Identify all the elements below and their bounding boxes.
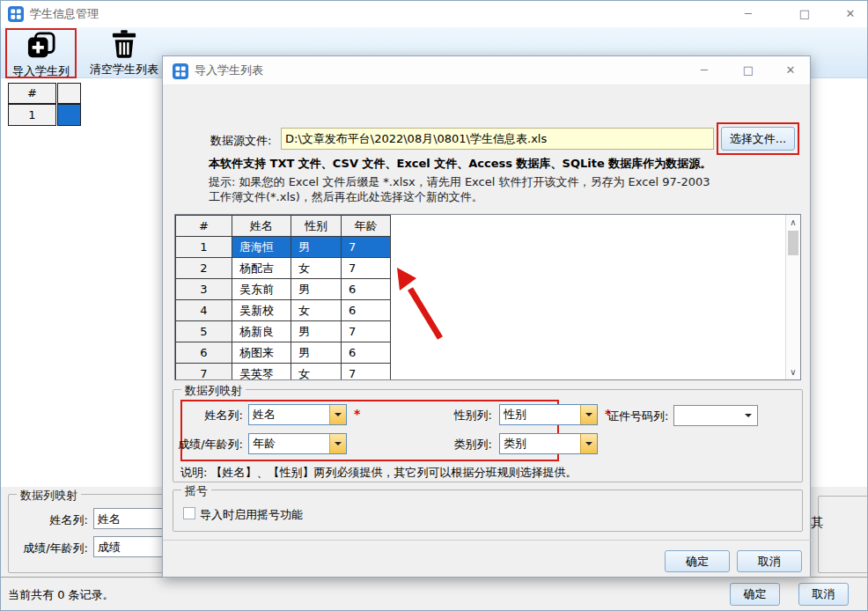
chevron-down-icon[interactable] [329, 405, 346, 424]
preview-scrollbar[interactable]: ∧ ∨ [785, 215, 800, 379]
trash-icon [112, 30, 136, 58]
lottery-groupbox: 摇号 导入时启用摇号功能 [173, 490, 803, 532]
preview-row[interactable]: 7 吴英琴 女 7 [176, 364, 391, 381]
gender-column-label: 性别列: [446, 408, 492, 423]
main-statusbar: 当前共有 0 条记录。 确定 取消 [1, 577, 867, 611]
preview-header-gender[interactable]: 性别 [291, 216, 342, 237]
main-cancel-button[interactable]: 取消 [798, 583, 849, 606]
id-column-select[interactable] [673, 405, 758, 426]
preview-table-container: # 姓名 性别 年龄 1 唐海恒 男 7 2 杨配吉 女 7 [174, 214, 801, 380]
chevron-down-icon[interactable] [580, 434, 597, 453]
scroll-down-icon[interactable]: ∨ [786, 367, 800, 377]
preview-row[interactable]: 3 吴东前 男 6 [176, 279, 391, 300]
dialog-app-icon [173, 63, 188, 79]
main-score-column-label: 成绩/年龄列: [12, 541, 88, 556]
minimize-icon[interactable]: ─ [737, 4, 760, 24]
preview-row[interactable]: 4 吴新校 女 6 [176, 300, 391, 321]
clear-students-button[interactable]: 清空学生列表 [83, 28, 166, 78]
main-ok-button[interactable]: 确定 [730, 583, 780, 606]
main-right-partial-label: 其 [811, 515, 823, 531]
main-table-row1-index[interactable]: 1 [8, 104, 56, 126]
scroll-up-icon[interactable]: ∧ [786, 217, 800, 227]
main-table-empty-header[interactable] [57, 83, 81, 104]
source-file-input[interactable]: D:\文章发布平台\2022\08月\0801\学生信息表.xls [281, 128, 714, 150]
dialog-titlebar: 导入学生列表 ─ □ ✕ [163, 56, 810, 85]
lottery-group-title: 摇号 [181, 483, 211, 499]
preview-row[interactable]: 2 杨配吉 女 7 [176, 258, 391, 279]
chevron-down-icon[interactable] [740, 406, 757, 425]
main-window-title: 学生信息管理 [30, 1, 99, 27]
tip-line2: 工作簿文件(*.xls)，然后再在此处选择这个新的文件。 [209, 189, 483, 205]
dialog-maximize-icon[interactable]: □ [737, 61, 760, 80]
dialog-close-icon[interactable]: ✕ [779, 61, 802, 80]
main-titlebar: 学生信息管理 ─ □ ✕ [1, 1, 867, 27]
score-column-label: 成绩/年龄列: [173, 437, 243, 453]
maximize-icon[interactable]: □ [793, 4, 816, 24]
dialog-title: 导入学生列表 [195, 57, 263, 84]
record-count-status: 当前共有 0 条记录。 [8, 587, 114, 603]
chevron-down-icon[interactable] [329, 434, 346, 453]
app-icon [8, 6, 24, 22]
scrollbar-thumb[interactable] [788, 231, 798, 255]
dialog-cancel-button[interactable]: 取消 [737, 550, 802, 572]
import-dialog: 导入学生列表 ─ □ ✕ 数据源文件: D:\文章发布平台\2022\08月\0… [162, 55, 811, 578]
main-table-index-header[interactable]: # [8, 83, 56, 104]
add-list-icon [26, 32, 56, 60]
name-column-label: 姓名列: [197, 408, 243, 423]
name-column-select[interactable]: 姓名 [248, 404, 347, 425]
red-annotation-arrow [386, 257, 456, 345]
main-name-column-label: 姓名列: [33, 512, 88, 528]
gender-column-select[interactable]: 性别 [499, 404, 598, 425]
dialog-minimize-icon[interactable]: ─ [693, 61, 716, 80]
mapping-note: 说明: 【姓名】、【性别】两列必须提供，其它列可以根据分班规则选择提供。 [180, 465, 577, 481]
source-file-label: 数据源文件: [210, 133, 271, 149]
lottery-checkbox-label: 导入时启用摇号功能 [200, 507, 303, 523]
main-right-partial-groupbox [818, 496, 868, 573]
id-column-label: 证件号码列: [607, 409, 668, 424]
main-mapping-group-title: 数据列映射 [17, 488, 81, 504]
tip-line1: 提示: 如果您的 Excel 文件后缀是 *.xlsx，请先用 Excel 软件… [209, 174, 710, 190]
dialog-footer-divider [163, 540, 812, 541]
preview-header-index[interactable]: # [176, 216, 232, 237]
import-students-button[interactable]: 导入学生列表 [5, 28, 77, 78]
category-column-select[interactable]: 类别 [499, 433, 598, 454]
main-table-row1-selected-cell[interactable] [57, 104, 81, 126]
preview-row-selected[interactable]: 1 唐海恒 男 7 [176, 237, 391, 258]
clear-students-label: 清空学生列表 [83, 62, 166, 77]
preview-header-row: # 姓名 性别 年龄 [176, 216, 391, 237]
lottery-checkbox[interactable] [183, 507, 195, 519]
preview-row[interactable]: 5 杨新良 男 7 [176, 321, 391, 342]
category-column-label: 类别列: [446, 437, 492, 453]
close-icon[interactable]: ✕ [839, 4, 862, 24]
chevron-down-icon[interactable] [580, 405, 597, 424]
score-column-select[interactable]: 年龄 [248, 433, 347, 454]
app-window: 学生信息管理 ─ □ ✕ 导入学生列表 清空学生列表 [0, 0, 868, 611]
dialog-ok-button[interactable]: 确定 [665, 550, 730, 572]
supported-formats-note: 本软件支持 TXT 文件、CSV 文件、Excel 文件、Access 数据库、… [209, 156, 711, 172]
preview-table: # 姓名 性别 年龄 1 唐海恒 男 7 2 杨配吉 女 7 [175, 215, 391, 380]
choose-file-button[interactable]: 选择文件... [721, 127, 795, 151]
preview-header-name[interactable]: 姓名 [232, 216, 291, 237]
preview-header-age[interactable]: 年龄 [342, 216, 391, 237]
mapping-group-title: 数据列映射 [181, 383, 246, 399]
name-required-mark: * [354, 407, 360, 421]
preview-row[interactable]: 6 杨图来 男 6 [176, 342, 391, 364]
